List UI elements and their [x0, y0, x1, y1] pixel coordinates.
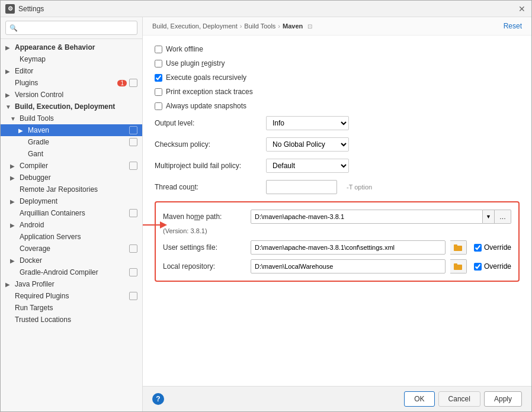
close-button[interactable]: ✕ — [517, 4, 527, 14]
checksum-policy-select[interactable]: No Global Policy Ignore Warn Fail — [266, 137, 349, 152]
work-offline-label[interactable]: Work offline — [166, 45, 203, 53]
sidebar-item-run-targets[interactable]: Run Targets — [1, 302, 142, 314]
apply-button[interactable]: Apply — [484, 391, 522, 407]
sidebar-item-gant[interactable]: Gant — [1, 148, 142, 160]
settings-icon — [129, 209, 137, 217]
always-update-checkbox[interactable] — [155, 102, 162, 110]
breadcrumb-sep-2: › — [278, 22, 280, 30]
sidebar-item-android[interactable]: ▶ Android — [1, 219, 142, 231]
collapse-arrow: ▶ — [10, 258, 18, 264]
local-repo-browse-button[interactable] — [450, 259, 467, 273]
svg-rect-5 — [454, 263, 457, 266]
print-exception-label[interactable]: Print exception stack traces — [166, 88, 253, 96]
breadcrumb-item-2: Build Tools — [244, 22, 275, 30]
settings-icon — [129, 138, 137, 146]
user-settings-override-checkbox[interactable] — [474, 244, 482, 252]
sidebar-item-appearance[interactable]: ▶ Appearance & Behavior — [1, 41, 142, 53]
sidebar-item-gradle[interactable]: Gradle — [1, 136, 142, 148]
user-settings-override-label[interactable]: Override — [484, 243, 511, 252]
sidebar-item-build-execution[interactable]: ▼ Build, Execution, Deployment — [1, 101, 142, 112]
maven-highlighted-section: Maven home path: ▼ … (Version: 3.8.1) Us… — [155, 201, 520, 282]
thread-count-label: Thread count: — [155, 183, 261, 191]
sidebar-item-app-servers[interactable]: Application Servers — [1, 231, 142, 243]
sidebar-item-label: Remote Jar Repositories — [20, 185, 137, 194]
print-exception-checkbox[interactable] — [155, 88, 162, 96]
user-settings-browse-button[interactable] — [450, 240, 467, 255]
sidebar-item-docker[interactable]: ▶ Docker — [1, 255, 142, 266]
sidebar-item-editor[interactable]: ▶ Editor — [1, 65, 142, 77]
svg-rect-3 — [454, 244, 457, 247]
sidebar-item-label: Compiler — [20, 162, 129, 170]
output-level-select[interactable]: Info Debug Error Warning — [266, 116, 349, 130]
sidebar-item-build-tools[interactable]: ▼ Build Tools — [1, 112, 142, 124]
settings-icon — [129, 268, 137, 276]
maven-home-browse-button[interactable]: … — [495, 210, 511, 224]
checksum-policy-row: Checksum policy: No Global Policy Ignore… — [155, 137, 520, 152]
sidebar-item-label: Plugins — [15, 79, 115, 87]
sidebar-item-label: Application Servers — [20, 233, 137, 241]
settings-icon — [129, 292, 137, 300]
collapse-arrow: ▶ — [10, 175, 18, 181]
execute-goals-checkbox[interactable] — [155, 74, 162, 82]
maven-home-dropdown-button[interactable]: ▼ — [483, 210, 495, 224]
settings-icon — [129, 126, 137, 134]
sidebar-item-deployment[interactable]: ▶ Deployment — [1, 195, 142, 207]
sidebar-item-label: Android — [20, 221, 137, 229]
collapse-arrow: ▶ — [18, 127, 27, 134]
breadcrumb-edit-icon: ⊡ — [307, 23, 312, 30]
execute-goals-label[interactable]: Execute goals recursively — [166, 73, 246, 82]
sidebar-item-keymap[interactable]: Keymap — [1, 53, 142, 65]
sidebar-item-label: Arquillian Containers — [20, 209, 129, 217]
checkbox-print-exception: Print exception stack traces — [155, 88, 520, 96]
thread-count-input[interactable] — [266, 180, 337, 194]
multiproject-policy-select[interactable]: Default Fail Fast Fail At End Never Fail — [266, 159, 349, 173]
sidebar-item-required-plugins[interactable]: Required Plugins — [1, 290, 142, 302]
maven-home-input-group: ▼ … — [251, 210, 511, 224]
collapse-arrow: ▼ — [10, 115, 18, 122]
help-button[interactable]: ? — [152, 393, 164, 405]
dialog-buttons: OK Cancel Apply — [404, 391, 522, 407]
local-repo-input[interactable] — [251, 259, 446, 273]
sidebar-item-java-profiler[interactable]: ▶ Java Profiler — [1, 278, 142, 290]
maven-home-label: Maven home path: — [163, 213, 246, 221]
local-repo-override: Override — [474, 262, 511, 271]
sidebar-item-compiler[interactable]: ▶ Compiler — [1, 160, 142, 172]
search-input[interactable] — [5, 21, 137, 35]
collapse-arrow: ▶ — [5, 44, 14, 51]
settings-icon — [129, 244, 137, 253]
sidebar-item-arquillian[interactable]: Arquillian Containers — [1, 207, 142, 219]
user-settings-input[interactable] — [251, 240, 446, 255]
checkbox-work-offline: Work offline — [155, 45, 520, 53]
local-repo-override-label[interactable]: Override — [484, 262, 511, 271]
sidebar-item-gradle-android[interactable]: Gradle-Android Compiler — [1, 266, 142, 278]
work-offline-checkbox[interactable] — [155, 46, 162, 53]
collapse-arrow: ▶ — [10, 163, 18, 169]
sidebar-item-plugins[interactable]: Plugins 1 — [1, 77, 142, 89]
output-level-row: Output level: Info Debug Error Warning — [155, 116, 520, 130]
settings-icon — [129, 162, 137, 170]
sidebar-item-label: Editor — [15, 67, 137, 75]
sidebar-item-label: Maven — [28, 126, 129, 134]
sidebar-item-version-control[interactable]: ▶ Version Control — [1, 89, 142, 101]
use-plugin-registry-checkbox[interactable] — [155, 60, 162, 67]
sidebar-item-label: Trusted Locations — [15, 316, 137, 324]
sidebar-item-label: Debugger — [20, 173, 137, 182]
sidebar-item-trusted-locations[interactable]: Trusted Locations — [1, 314, 142, 326]
always-update-label[interactable]: Always update snapshots — [166, 102, 246, 110]
use-plugin-registry-label[interactable]: Use plugin registry — [166, 59, 225, 67]
cancel-button[interactable]: Cancel — [438, 391, 480, 407]
sidebar-item-remote-jar[interactable]: Remote Jar Repositories — [1, 184, 142, 195]
breadcrumb: Build, Execution, Deployment › Build Too… — [143, 17, 531, 36]
sidebar-item-debugger[interactable]: ▶ Debugger — [1, 172, 142, 184]
sidebar-item-maven[interactable]: ▶ Maven — [1, 124, 142, 136]
local-repo-override-checkbox[interactable] — [474, 263, 482, 271]
reset-link[interactable]: Reset — [504, 22, 522, 30]
sidebar-item-label: Keymap — [20, 55, 137, 63]
collapse-arrow: ▶ — [10, 198, 18, 205]
sidebar-item-coverage[interactable]: Coverage — [1, 243, 142, 255]
maven-home-input[interactable] — [251, 210, 483, 224]
user-settings-override: Override — [474, 243, 511, 252]
ok-button[interactable]: OK — [404, 391, 434, 407]
checkbox-use-plugin-registry: Use plugin registry — [155, 59, 520, 67]
settings-panel: Work offline Use plugin registry Execute… — [143, 36, 531, 386]
